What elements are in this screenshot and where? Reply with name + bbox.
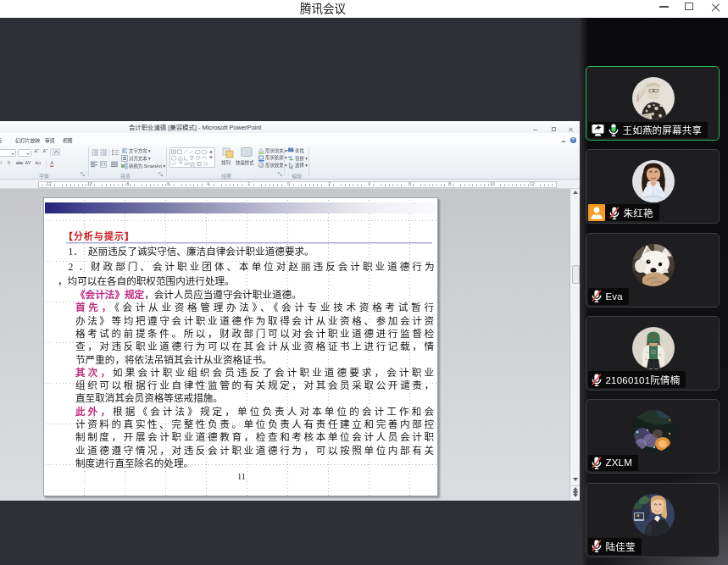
line-spacing-icon[interactable] <box>112 149 119 156</box>
shadow-button[interactable]: S <box>8 160 10 166</box>
indent-dec-icon[interactable] <box>92 149 98 156</box>
slide-text-line: 计资料的真实性、完整性负责。单位负责人有责任建立和完善内部控 <box>75 419 434 430</box>
participant-tile-4[interactable]: 21060101阮倩楠 <box>586 316 720 391</box>
columns-icon[interactable] <box>100 161 107 168</box>
participant-name: ZXLM <box>606 457 632 468</box>
participant-name-bar: 21060101阮倩楠 <box>588 371 686 388</box>
screen-share-icon <box>592 124 604 136</box>
grow-font-button[interactable]: Aˆ <box>34 148 39 154</box>
ppt-close-icon[interactable] <box>569 127 573 131</box>
find-icon[interactable] <box>287 147 294 153</box>
shape-effects-icon[interactable] <box>258 162 264 169</box>
shape-outline-button[interactable]: 形状轮廓 ▾ <box>265 154 287 161</box>
ppt-minimize-icon[interactable] <box>533 130 537 130</box>
participant-tile-5[interactable]: ZXLM <box>586 399 720 474</box>
align-text-button[interactable]: 对齐文本 ▾ <box>129 155 151 162</box>
avatar <box>632 244 675 286</box>
minimize-icon[interactable] <box>659 6 669 8</box>
avatar <box>632 160 675 202</box>
align-text-icon[interactable] <box>121 155 128 162</box>
indent-inc-icon[interactable] <box>100 149 107 156</box>
slide-text-line: 《会计法》规定，会计人员应当遵守会计职业道德。 <box>75 290 434 301</box>
close-icon[interactable] <box>711 2 720 11</box>
shape-outline-icon[interactable] <box>258 155 264 162</box>
ribbon-group-separator <box>50 148 51 157</box>
find-button[interactable]: 查找 <box>295 147 304 154</box>
convert-smartart-button[interactable]: 转换为 SmartArt ▾ <box>129 163 165 169</box>
participant-name-bar: 朱红艳 <box>588 204 659 222</box>
ppt-vertical-scrollbar[interactable] <box>570 189 580 500</box>
help-icon[interactable]: ? <box>570 137 577 144</box>
ppt-tab-view[interactable]: 视图 <box>63 136 73 144</box>
mic-muted-icon <box>592 374 602 386</box>
underline-button[interactable]: U <box>0 160 2 166</box>
align-justify-icon[interactable] <box>111 161 118 168</box>
ruler-number: 10 <box>86 182 92 186</box>
paragraph-group-label: 段落 <box>111 172 141 180</box>
shape-fill-button[interactable]: 形状填充 ▾ <box>265 147 287 154</box>
arrange-icon[interactable] <box>222 147 234 158</box>
shapes-scroll-down-icon[interactable] <box>209 157 213 159</box>
shapes-gallery[interactable] <box>169 147 215 168</box>
ppt-tab-partial[interactable]: 画 <box>0 136 2 144</box>
mic-on-icon <box>609 124 619 136</box>
participant-tile-1[interactable]: 王如燕的屏幕共享 <box>586 66 720 141</box>
font-name-combo[interactable] <box>0 149 16 157</box>
ppt-maximize-icon[interactable] <box>552 127 556 131</box>
ribbon-group-separator <box>46 160 47 169</box>
font-dialog-launcher-icon[interactable] <box>81 172 85 176</box>
arrange-button[interactable]: 排列 <box>221 159 231 166</box>
font-color-button[interactable]: A <box>50 160 53 167</box>
replace-icon[interactable] <box>287 155 294 162</box>
font-size-combo[interactable] <box>18 149 31 157</box>
voov-meeting-window: 腾讯会议 会计职业道德 [兼容模式] - Microsoft PowerPoin… <box>0 0 728 565</box>
ribbon-collapse-icon[interactable] <box>561 139 566 142</box>
select-icon[interactable] <box>288 163 294 169</box>
quick-styles-icon[interactable] <box>240 147 253 158</box>
participant-tile-3[interactable]: Eva <box>586 233 720 307</box>
shapes-scroll-up-icon[interactable] <box>209 151 213 153</box>
next-slide-icon[interactable] <box>571 491 580 497</box>
scrollbar-thumb[interactable] <box>572 265 580 284</box>
avatar <box>632 410 675 452</box>
slide-title-rule <box>66 242 432 244</box>
scroll-down-icon[interactable] <box>571 478 580 481</box>
ppt-ruler: 12108642024681012 <box>0 180 580 189</box>
ruler-number: 2 <box>247 182 250 186</box>
text-direction-icon[interactable] <box>121 147 128 154</box>
select-button[interactable]: 选择 ▾ <box>295 162 308 169</box>
ruler-number: 6 <box>166 182 169 186</box>
slide-page-number: 11 <box>44 472 439 481</box>
slide-text-line: 办法》等均把遵守会计职业道德作为取得会计从业资格、参加会计资 <box>75 316 434 327</box>
ppt-ribbon: Aˆ Aˇ U S abc AV Aa A 字体 文字方向 ▾ <box>0 145 580 180</box>
ppt-tab-slideshow[interactable]: 幻灯片放映 <box>15 136 40 144</box>
editing-group-label: 编辑 <box>282 172 312 180</box>
ppt-title: 会计职业道德 [兼容模式] - Microsoft PowerPoint <box>129 122 261 131</box>
replace-button[interactable]: 替换 ▾ <box>295 155 308 162</box>
character-spacing-button[interactable]: AV <box>25 160 31 166</box>
participants-sidebar: 王如燕的屏幕共享朱红艳Eva21060101阮倩楠ZXLM陆佳莹 <box>580 18 728 565</box>
participant-tile-6[interactable]: 陆佳莹 <box>586 483 720 557</box>
quick-styles-button[interactable]: 快速样式 <box>236 159 254 166</box>
scroll-up-icon[interactable] <box>571 191 580 194</box>
shape-effects-button[interactable]: 形状效果 ▾ <box>265 162 287 169</box>
paragraph-dialog-launcher-icon[interactable] <box>158 172 163 176</box>
slide-text-line: 节严重的，将依法吊销其会计从业资格证书。 <box>75 355 434 366</box>
shape-fill-icon[interactable] <box>258 147 264 154</box>
ruler-number: 10 <box>489 182 495 186</box>
slide: 【分析与提示】 1．赵丽违反了诚实守信、廉洁自律会计职业道德要求。2．财政部门、… <box>43 197 438 496</box>
mic-muted-icon <box>592 540 602 552</box>
participant-tile-2[interactable]: 朱红艳 <box>586 149 720 224</box>
ppt-tab-review[interactable]: 审阅 <box>45 136 55 144</box>
slide-top-banner <box>45 202 436 213</box>
text-direction-button[interactable]: 文字方向 ▾ <box>129 147 151 154</box>
change-case-button[interactable]: Aa <box>35 160 41 166</box>
ruler-number: 8 <box>126 182 130 186</box>
align-left-icon[interactable] <box>91 161 97 168</box>
maximize-icon[interactable] <box>685 3 693 10</box>
smartart-icon[interactable] <box>121 163 128 169</box>
strikethrough-button[interactable]: abc <box>16 160 23 166</box>
phonetic-guide-icon[interactable] <box>53 148 60 156</box>
shrink-font-button[interactable]: Aˇ <box>42 148 47 154</box>
app-title: 腾讯会议 <box>300 0 346 16</box>
